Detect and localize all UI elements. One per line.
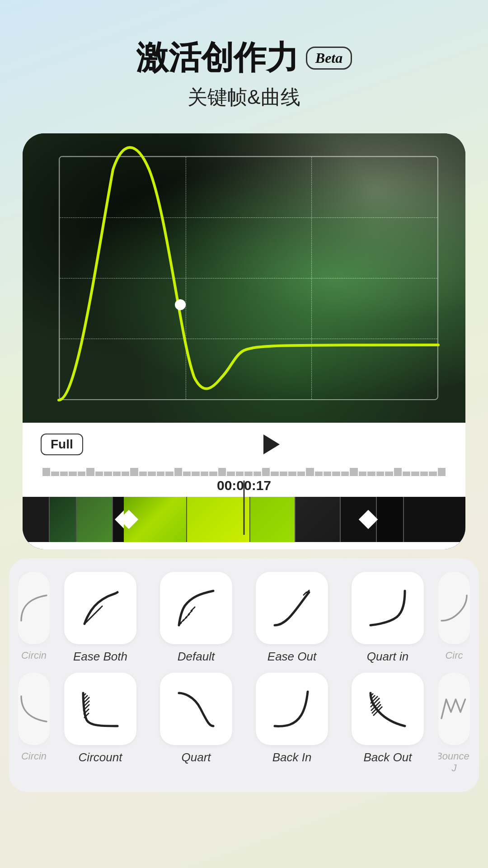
preset-card-side-left-r1[interactable] xyxy=(18,572,50,644)
preset-card-side-left-r2[interactable] xyxy=(18,673,50,745)
film-frame xyxy=(250,497,296,542)
preset-item-back-out: Back Out xyxy=(343,673,433,774)
svg-line-12 xyxy=(188,610,192,615)
preset-label-ease-out: Ease Out xyxy=(267,650,316,664)
grid-line-h1 xyxy=(60,217,437,218)
preset-label-circin-left: Circin xyxy=(21,650,47,661)
svg-line-11 xyxy=(185,614,190,618)
header: 激活创作力 Beta 关键帧&曲线 xyxy=(0,0,488,124)
film-frame xyxy=(23,497,50,542)
preset-item-default: Default xyxy=(151,572,241,664)
playback-row: Full xyxy=(41,434,447,459)
title-text: 激活创作力 xyxy=(136,36,299,80)
preset-label-back-out: Back Out xyxy=(364,750,412,764)
preset-item-ease-out: Ease Out xyxy=(247,572,337,664)
film-frame xyxy=(296,497,341,542)
grid-line-v2 xyxy=(311,157,312,399)
curve-grid xyxy=(59,156,438,400)
preset-card-back-in[interactable] xyxy=(256,673,328,745)
preset-item-circount: Circount xyxy=(55,673,145,774)
timeline-cursor xyxy=(244,481,245,535)
preset-item-quart: Quart xyxy=(151,673,241,774)
film-frame xyxy=(50,497,77,542)
video-area xyxy=(23,133,465,423)
grid-line-h3 xyxy=(60,339,437,339)
preset-card-ease-both[interactable] xyxy=(64,572,136,644)
preset-label-default: Default xyxy=(178,650,215,664)
preset-label-circin-left2: Circin xyxy=(21,750,47,762)
beta-badge: Beta xyxy=(306,47,352,70)
full-badge[interactable]: Full xyxy=(41,434,83,455)
play-button[interactable] xyxy=(263,434,280,454)
preset-card-quart[interactable] xyxy=(160,673,232,745)
preset-item-quart-in: Quart in xyxy=(343,572,433,664)
preset-label-quart: Quart xyxy=(181,750,211,764)
film-frame xyxy=(187,497,250,542)
video-card: Full xyxy=(23,133,465,549)
preset-label-quart-in: Quart in xyxy=(367,650,409,664)
preset-label-circ-right: Circ xyxy=(445,650,463,661)
film-frame xyxy=(77,497,113,542)
grid-line-h2 xyxy=(60,278,437,278)
preset-card-quart-in[interactable] xyxy=(352,572,424,644)
presets-section: Circin Ease Both xyxy=(9,558,479,792)
svg-line-13 xyxy=(191,607,195,611)
preset-label-ease-both: Ease Both xyxy=(73,650,127,664)
grid-line-v1 xyxy=(186,157,186,399)
subtitle-text: 关键帧&曲线 xyxy=(0,84,488,111)
preset-label-bounce-right: Bounce-J xyxy=(438,750,470,774)
preset-card-ease-out[interactable] xyxy=(256,572,328,644)
timeline-container[interactable] xyxy=(41,497,447,549)
controls-bar: Full xyxy=(23,423,465,549)
preset-card-back-out[interactable] xyxy=(352,673,424,745)
page-title: 激活创作力 Beta xyxy=(136,36,352,80)
preset-label-back-in: Back In xyxy=(272,750,312,764)
preset-card-side-right-r1[interactable] xyxy=(438,572,470,644)
film-frame xyxy=(377,497,404,542)
preset-card-circount[interactable] xyxy=(64,673,136,745)
preset-card-default[interactable] xyxy=(160,572,232,644)
preset-item-ease-both: Ease Both xyxy=(55,572,145,664)
svg-line-7 xyxy=(98,606,103,610)
timeline-ruler xyxy=(41,462,447,476)
preset-item-back-in: Back In xyxy=(247,673,337,774)
preset-label-circount: Circount xyxy=(79,750,122,764)
preset-card-side-right-r2[interactable] xyxy=(438,673,470,745)
